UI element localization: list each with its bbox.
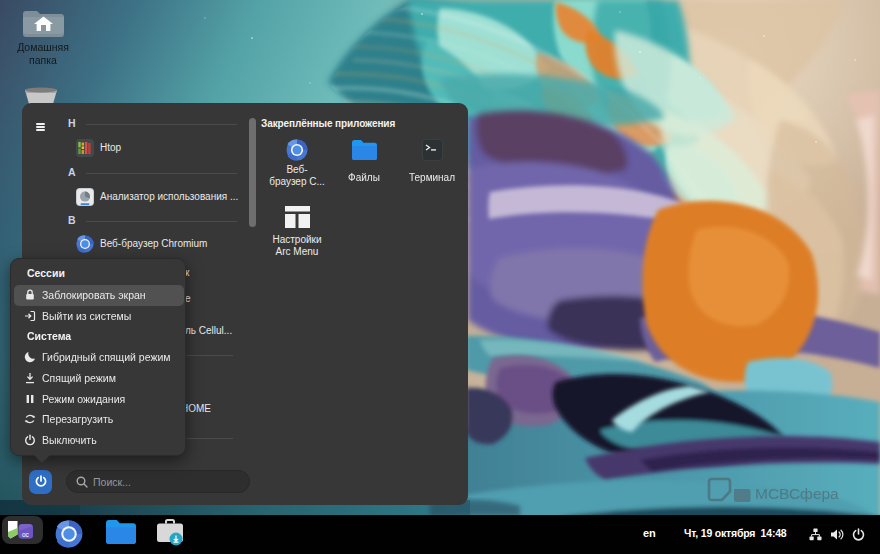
svg-text:МСВСфера: МСВСфера (755, 485, 839, 502)
svg-text:ос: ос (22, 531, 30, 538)
svg-text:ос: ос (737, 493, 745, 500)
